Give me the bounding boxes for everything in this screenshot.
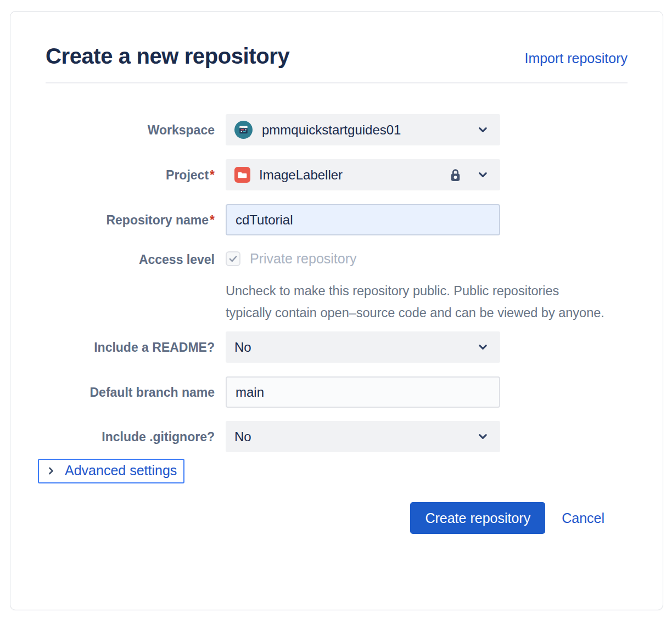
repository-name-label: Repository name* [46, 209, 215, 231]
repository-name-row: Repository name* [46, 204, 628, 235]
chevron-down-icon [477, 341, 489, 353]
create-repository-form: Workspace [46, 114, 628, 534]
check-icon [227, 253, 239, 265]
required-asterisk: * [210, 168, 215, 182]
workspace-label: Workspace [46, 119, 215, 141]
header-divider [46, 82, 628, 83]
project-label: Project* [46, 164, 215, 186]
cancel-button[interactable]: Cancel [562, 510, 604, 526]
default-branch-row: Default branch name [46, 376, 628, 408]
access-level-help-text: Uncheck to make this repository public. … [226, 280, 604, 324]
chevron-down-icon [477, 168, 489, 181]
default-branch-label: Default branch name [46, 381, 215, 403]
access-level-field: Private repository Uncheck to make this … [226, 249, 500, 324]
readme-label: Include a README? [46, 336, 215, 358]
lock-icon [449, 167, 462, 183]
workspace-avatar-icon [234, 121, 253, 139]
gitignore-select[interactable]: No [226, 421, 500, 452]
advanced-settings-toggle[interactable]: Advanced settings [38, 459, 184, 483]
readme-row: Include a README? No [46, 331, 628, 363]
private-repository-label: Private repository [250, 251, 357, 267]
project-select[interactable]: ImageLabeller [226, 159, 500, 190]
private-repository-checkbox[interactable] [226, 251, 240, 266]
workspace-value: pmmquickstartguides01 [262, 122, 401, 138]
dialog-actions: Create repository Cancel [46, 502, 604, 534]
gitignore-label: Include .gitignore? [46, 426, 215, 448]
import-repository-link[interactable]: Import repository [524, 50, 628, 69]
gitignore-row: Include .gitignore? No [46, 421, 628, 452]
workspace-row: Workspace [46, 114, 628, 145]
create-repository-button[interactable]: Create repository [410, 502, 545, 534]
project-row: Project* ImageLabeller [46, 159, 628, 190]
readme-value: No [234, 340, 251, 355]
project-avatar-icon [234, 167, 250, 183]
gitignore-value: No [234, 429, 251, 444]
chevron-down-icon [477, 430, 489, 443]
default-branch-input[interactable] [226, 376, 500, 408]
access-level-row: Access level Private repository Uncheck … [46, 249, 628, 324]
repository-name-input[interactable] [226, 204, 500, 235]
access-level-label: Access level [46, 249, 215, 269]
chevron-right-icon [46, 465, 57, 476]
readme-select[interactable]: No [226, 331, 500, 363]
page-title: Create a new repository [46, 43, 289, 69]
create-repository-dialog: Create a new repository Import repositor… [10, 11, 663, 610]
dialog-header: Create a new repository Import repositor… [46, 43, 628, 69]
workspace-select[interactable]: pmmquickstartguides01 [226, 114, 500, 145]
project-value: ImageLabeller [259, 167, 343, 183]
required-asterisk: * [210, 213, 215, 227]
chevron-down-icon [477, 123, 489, 136]
advanced-settings-label: Advanced settings [65, 463, 177, 479]
